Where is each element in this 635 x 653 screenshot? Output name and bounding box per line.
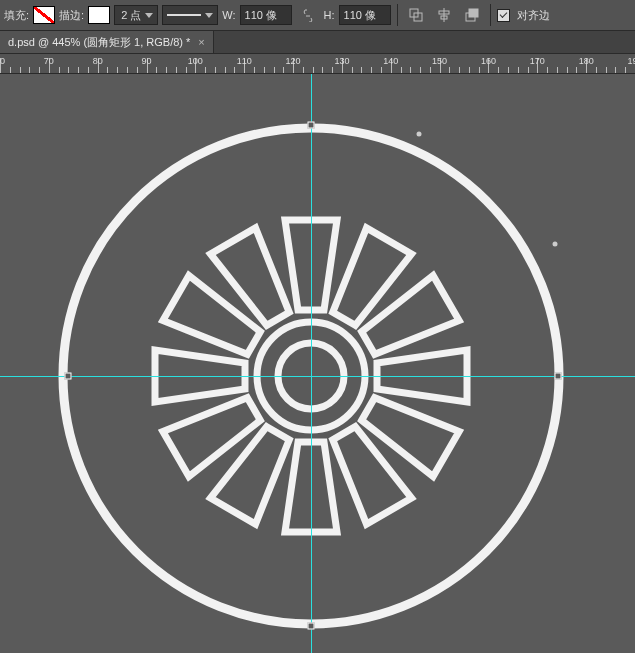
stroke-width-select[interactable]: 2 点: [114, 5, 158, 25]
ruler-tick-label: 60: [0, 56, 5, 66]
document-tab[interactable]: d.psd @ 445% (圆角矩形 1, RGB/8) * ×: [0, 31, 214, 53]
ruler-tick-label: 130: [334, 56, 349, 66]
svg-marker-15: [333, 427, 412, 524]
ruler-tick-label: 190: [627, 56, 635, 66]
options-bar: 填充: 描边: 2 点 W: 110 像 H: 110 像 对齐边: [0, 0, 635, 31]
svg-marker-14: [362, 398, 459, 477]
svg-marker-21: [210, 228, 289, 325]
transform-handle[interactable]: [65, 373, 72, 380]
horizontal-ruler[interactable]: 60708090100110120130140150160170180190: [0, 54, 635, 74]
stroke-width-value: 2 点: [121, 8, 141, 23]
path-operations-button[interactable]: [404, 4, 428, 26]
guide-horizontal: [0, 376, 635, 377]
solid-line-icon: [167, 14, 201, 16]
fill-label: 填充:: [4, 8, 29, 23]
transform-handle[interactable]: [555, 373, 562, 380]
ruler-tick-label: 180: [579, 56, 594, 66]
canvas-area[interactable]: [0, 74, 635, 653]
align-edges-label: 对齐边: [517, 8, 550, 23]
svg-marker-18: [163, 398, 260, 477]
tab-title: d.psd @ 445% (圆角矩形 1, RGB/8) *: [8, 35, 190, 50]
ruler-tick-label: 90: [142, 56, 152, 66]
height-field[interactable]: 110 像: [339, 5, 391, 25]
svg-marker-11: [333, 228, 412, 325]
ruler-tick-label: 80: [93, 56, 103, 66]
artwork: [0, 74, 635, 653]
width-label: W:: [222, 9, 235, 21]
ruler-tick-label: 140: [383, 56, 398, 66]
height-label: H:: [324, 9, 335, 21]
chevron-down-icon: [145, 13, 153, 18]
svg-marker-17: [210, 427, 289, 524]
svg-marker-20: [163, 275, 260, 354]
fill-swatch[interactable]: [33, 6, 55, 24]
transform-handle[interactable]: [308, 122, 315, 129]
separator: [397, 4, 398, 26]
chevron-down-icon: [205, 13, 213, 18]
ruler-tick-label: 160: [481, 56, 496, 66]
stroke-swatch[interactable]: [88, 6, 110, 24]
path-anchor[interactable]: [417, 132, 422, 137]
ruler-tick-label: 150: [432, 56, 447, 66]
ruler-tick-label: 100: [188, 56, 203, 66]
close-icon[interactable]: ×: [198, 36, 204, 48]
path-arrange-button[interactable]: [460, 4, 484, 26]
document-tab-bar: d.psd @ 445% (圆角矩形 1, RGB/8) * ×: [0, 31, 635, 54]
guide-vertical: [311, 74, 312, 653]
ruler-tick-label: 70: [44, 56, 54, 66]
stroke-label: 描边:: [59, 8, 84, 23]
separator: [490, 4, 491, 26]
ruler-tick-label: 170: [530, 56, 545, 66]
svg-marker-12: [362, 275, 459, 354]
align-edges-checkbox[interactable]: [497, 9, 510, 22]
path-anchor[interactable]: [553, 242, 558, 247]
transform-handle[interactable]: [308, 623, 315, 630]
link-wh-button[interactable]: [296, 4, 320, 26]
width-field[interactable]: 110 像: [240, 5, 292, 25]
svg-rect-6: [469, 9, 478, 17]
path-align-button[interactable]: [432, 4, 456, 26]
ruler-tick-label: 120: [286, 56, 301, 66]
ruler-tick-label: 110: [237, 56, 252, 66]
stroke-style-select[interactable]: [162, 5, 218, 25]
